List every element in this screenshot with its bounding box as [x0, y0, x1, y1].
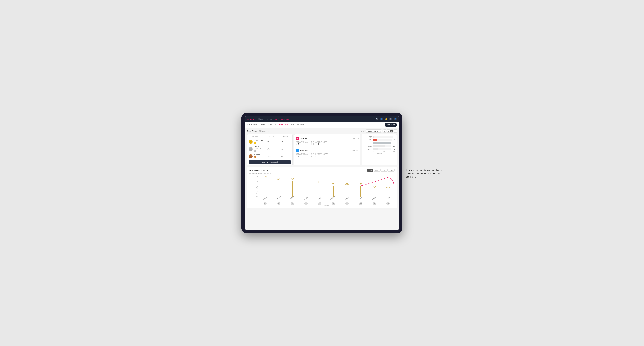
- stats-row: Total Rounds Tournament Practice 8 4: [296, 141, 359, 145]
- player-info: C Cameron... 3: [249, 154, 266, 158]
- streak-count-bubble: 3x: [373, 186, 376, 188]
- bell-icon[interactable]: 🔔: [385, 118, 388, 120]
- bar-fill: [373, 136, 374, 138]
- player-name-label: J. Coles: [304, 196, 308, 200]
- player-name-label: C. Quick: [386, 196, 390, 200]
- add-team-button[interactable]: Add Team: [385, 123, 396, 127]
- bar-row-pars: Pars 499: [364, 142, 395, 144]
- two-column-layout: PLAYER NAME PB SCORE PB AVG SQ RB Richar…: [247, 134, 397, 166]
- streak-bar-line: [292, 181, 292, 197]
- subnav-team-clippd[interactable]: Team Clippd: [278, 124, 288, 126]
- streak-bar-col: 7x E. Ebert EE: [258, 176, 272, 197]
- stats-row: Total Rounds Tournament Practice 7 2: [296, 153, 359, 157]
- streak-bars-area: 7x E. Ebert EE 6x B. McHerg BM: [258, 176, 394, 197]
- streak-count-bubble: 6x: [291, 178, 294, 180]
- user-icon[interactable]: 👤: [380, 118, 383, 120]
- stat-group-rounds: Total Rounds Tournament Practice 7 2: [296, 153, 308, 157]
- off-tee-label: Off The Tee, Fairway Accuracy: [249, 173, 394, 174]
- streak-count-bubble: 4x: [346, 183, 348, 185]
- nav-teams[interactable]: Teams: [266, 118, 272, 120]
- streak-bar-line: [278, 181, 279, 197]
- subnav-tour[interactable]: Tour: [291, 124, 294, 126]
- player-info: RB Richard Butler 1: [249, 140, 266, 144]
- filter-arg-btn[interactable]: ARG: [380, 169, 387, 172]
- export-btn[interactable]: ↓: [394, 130, 397, 133]
- table-row: RB Richard Butler 1 19/20 110: [249, 139, 291, 145]
- subnav-all-players[interactable]: All Players: [297, 124, 306, 126]
- card-view-btn[interactable]: ▦: [390, 130, 394, 133]
- bar-chart: Eagles 3 Birdies: [364, 136, 395, 150]
- streak-bar-col: 6x D. Billingham DB: [286, 176, 299, 197]
- player-card-header: JC Josh Coles 26 Aug 2023: [296, 149, 359, 152]
- view-leaderboard-button[interactable]: View Full Leaderboard: [249, 161, 291, 164]
- streaks-section: Best Round Streaks OTT APP ARG PUTT Off …: [247, 167, 397, 208]
- streak-bar-col: 4x D. Ford DF: [340, 176, 354, 197]
- player-name-label: E. Ebert: [263, 196, 267, 200]
- streak-bar-col: 4x E. Crossman EC: [327, 176, 340, 197]
- player-name-label: M. Miller: [358, 196, 363, 200]
- period-select[interactable]: Last 3 months: [366, 130, 382, 133]
- bar-row-birdies: Birdies 96: [364, 139, 395, 141]
- avatar-icon[interactable]: 👤: [394, 118, 396, 120]
- filter-putt-btn[interactable]: PUTT: [388, 169, 395, 172]
- stat-group-rounds: Total Rounds Tournament Practice 8 4: [296, 141, 308, 145]
- streak-bar-line: [347, 186, 347, 197]
- player-name-label: D. Ford: [345, 197, 349, 200]
- avatar: C: [249, 154, 252, 158]
- chart-x-label: Total Shots: [364, 153, 395, 154]
- player-avatar: JC: [296, 149, 299, 152]
- streak-count-bubble: 3x: [386, 186, 390, 188]
- nav-right: 🔍 👤 🔔 ⚙ 👤: [376, 118, 396, 120]
- rank-badge-bronze: 3: [254, 156, 256, 158]
- player-name-label: R. Britt: [318, 197, 322, 200]
- navbar: clippd Home Teams My Performance 🔍 👤 🔔 ⚙…: [245, 116, 399, 122]
- filter-ott-btn[interactable]: OTT: [367, 169, 374, 172]
- bar-row-eagles: Eagles 3: [364, 136, 395, 138]
- streak-count-bubble: 4x: [332, 183, 335, 185]
- player-card: RB Rees Britt 02 Sep 2023 Total Rounds T…: [296, 136, 359, 146]
- grid-view-btn[interactable]: ⊞: [383, 130, 386, 133]
- streak-bar-col: 6x B. McHerg BM: [272, 176, 286, 197]
- annotation-text: Here you can see streaks your players ha…: [406, 169, 443, 179]
- subnav-pgat[interactable]: PGAT Players: [248, 124, 258, 126]
- stat-values-practice: 0 0 0 1: [310, 155, 328, 157]
- streak-bar-col: 5x R. Britt RB: [313, 176, 326, 197]
- streak-bar-line: [265, 178, 265, 197]
- nav-links: Home Teams My Performance: [258, 118, 288, 120]
- nav-my-performance[interactable]: My Performance: [274, 118, 289, 120]
- bar-track: [373, 136, 393, 138]
- streaks-title: Best Round Streaks: [249, 169, 268, 171]
- player-avatar: RB: [296, 137, 299, 140]
- avatar: EC: [249, 147, 252, 151]
- streak-bar-line: [374, 189, 374, 197]
- y-axis-ticks: 0 2 4 6 8: [254, 176, 258, 197]
- bar-track: [373, 139, 392, 141]
- bar-fill: [373, 139, 377, 141]
- streak-chart-container: Best Streak, Fairway Accuracy 0 2 4 6 8: [249, 176, 394, 206]
- team-controls: Show Last 3 months ⊞ ☰ ▦ ↓: [360, 130, 397, 133]
- search-icon[interactable]: 🔍: [376, 118, 378, 120]
- bar-row-bogeys: Bogeys 311: [364, 145, 395, 147]
- table-row: C Cameron... 3 17/20 103: [249, 153, 291, 159]
- main-content: Team Clippd 14 Players ✏ Show Last 3 mon…: [245, 128, 399, 230]
- rank-badge-silver: 2: [254, 150, 256, 152]
- edit-icon[interactable]: ✏: [268, 130, 269, 132]
- bar-track: [373, 148, 392, 150]
- filter-app-btn[interactable]: APP: [374, 169, 380, 172]
- subnav-hcaps[interactable]: Hcaps 1-5: [268, 124, 276, 126]
- stat-values-practice: 0 0 0 0: [310, 143, 328, 145]
- stat-sub: Tournament Practice: [296, 142, 308, 143]
- settings-icon[interactable]: ⚙: [389, 118, 392, 120]
- bar-fill: [373, 142, 392, 144]
- stat-sub-labels: OTT APP ARG PUTT: [310, 154, 328, 155]
- streak-count-bubble: 5x: [304, 181, 308, 183]
- streak-bar-col: 3x R. Butler RB: [368, 176, 381, 197]
- table-row: EC Edward Crossman 2 18/20 107: [249, 145, 291, 153]
- list-view-btn[interactable]: ☰: [387, 130, 390, 133]
- subnav-pga[interactable]: PGA: [261, 124, 265, 126]
- stat-sub-labels: OTT APP ARG PUTT: [310, 142, 328, 143]
- x-axis-numbers: 0 200 400: [364, 151, 395, 152]
- nav-home[interactable]: Home: [258, 118, 263, 120]
- streak-count-bubble: 7x: [264, 176, 267, 178]
- subnav-links: PGAT Players PGA Hcaps 1-5 Team Clippd T…: [248, 124, 385, 126]
